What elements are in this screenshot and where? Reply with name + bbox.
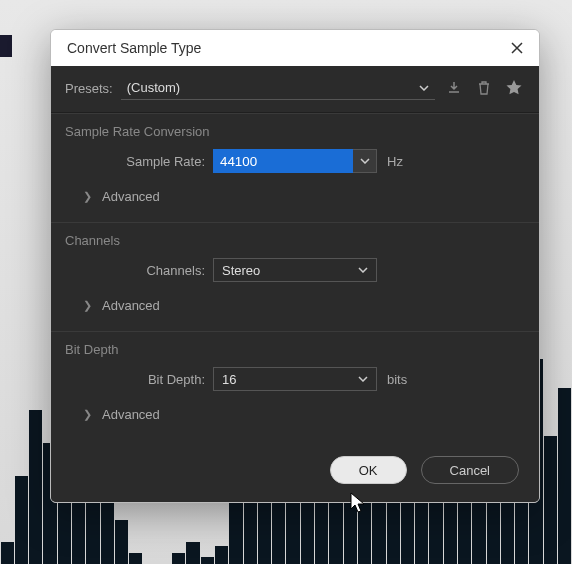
chevron-right-icon: ❯ [83, 299, 92, 312]
cancel-button[interactable]: Cancel [421, 456, 519, 484]
sample-rate-dropdown-button[interactable] [353, 149, 377, 173]
channels-title: Channels [65, 233, 525, 248]
channels-value: Stereo [222, 263, 260, 278]
sample-rate-unit: Hz [387, 154, 403, 169]
channels-advanced-toggle[interactable]: ❯ Advanced [65, 288, 525, 325]
bit-depth-section: Bit Depth Bit Depth: 16 bits ❯ Advanced [51, 331, 539, 440]
advanced-label: Advanced [102, 407, 160, 422]
bit-depth-title: Bit Depth [65, 342, 525, 357]
save-preset-icon [446, 80, 462, 96]
sample-rate-section: Sample Rate Conversion Sample Rate: Hz ❯… [51, 113, 539, 222]
delete-preset-button[interactable] [473, 77, 495, 99]
ok-button[interactable]: OK [330, 456, 407, 484]
trash-icon [477, 80, 491, 96]
chevron-right-icon: ❯ [83, 190, 92, 203]
bit-depth-unit: bits [387, 372, 407, 387]
save-preset-button[interactable] [443, 77, 465, 99]
chevron-down-icon [419, 85, 429, 91]
channels-label: Channels: [65, 263, 213, 278]
chevron-down-icon [358, 376, 368, 382]
chevron-down-icon [360, 158, 370, 164]
convert-sample-type-dialog: Convert Sample Type Presets: (Custom) Sa… [50, 29, 540, 503]
presets-dropdown[interactable]: (Custom) [121, 76, 435, 100]
bit-depth-advanced-toggle[interactable]: ❯ Advanced [65, 397, 525, 434]
sample-rate-row: Sample Rate: Hz [65, 149, 525, 173]
dialog-body: Presets: (Custom) Sample Rate Conversion… [51, 66, 539, 502]
presets-label: Presets: [65, 81, 113, 96]
channels-section: Channels Channels: Stereo ❯ Advanced [51, 222, 539, 331]
advanced-label: Advanced [102, 298, 160, 313]
dialog-title: Convert Sample Type [67, 40, 201, 56]
side-badge [0, 35, 12, 57]
star-icon [505, 79, 523, 97]
favorite-button[interactable] [503, 77, 525, 99]
bit-depth-row: Bit Depth: 16 bits [65, 367, 525, 391]
chevron-right-icon: ❯ [83, 408, 92, 421]
channels-dropdown[interactable]: Stereo [213, 258, 377, 282]
advanced-label: Advanced [102, 189, 160, 204]
sample-rate-title: Sample Rate Conversion [65, 124, 525, 139]
sample-rate-advanced-toggle[interactable]: ❯ Advanced [65, 179, 525, 216]
dialog-footer: OK Cancel [51, 440, 539, 502]
sample-rate-input[interactable] [213, 149, 353, 173]
bit-depth-value: 16 [222, 372, 236, 387]
presets-row: Presets: (Custom) [51, 66, 539, 113]
chevron-down-icon [358, 267, 368, 273]
bit-depth-label: Bit Depth: [65, 372, 213, 387]
close-icon [510, 41, 524, 55]
titlebar: Convert Sample Type [51, 30, 539, 66]
sample-rate-label: Sample Rate: [65, 154, 213, 169]
close-button[interactable] [509, 40, 525, 56]
presets-value: (Custom) [127, 80, 180, 95]
bit-depth-dropdown[interactable]: 16 [213, 367, 377, 391]
channels-row: Channels: Stereo [65, 258, 525, 282]
